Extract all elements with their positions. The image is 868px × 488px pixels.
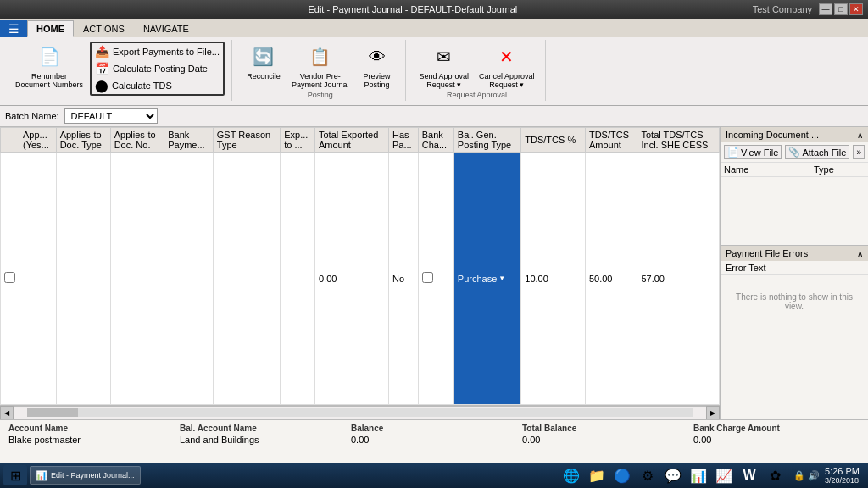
data-table: App...(Yes... Applies-toDoc. Type Applie… [0,127,720,405]
tab-navigate[interactable]: NAVIGATE [134,20,198,37]
left-content: App...(Yes... Applies-toDoc. Type Applie… [0,127,720,419]
chrome-icon[interactable]: 🔵 [611,465,633,485]
bank-charge-item: Bank Charge Amount 0.00 [693,424,860,463]
incoming-doc-section: Incoming Document ... ∧ 📄 View File 📎 At… [721,127,868,246]
scroll-right[interactable]: ▶ [706,406,720,419]
vendor-prepayment-button[interactable]: 📋 Vendor Pre-Payment Journal [288,42,353,91]
ribbon-group-posting: 🔄 Reconcile 📋 Vendor Pre-Payment Journal… [236,40,406,101]
horizontal-scrollbar[interactable]: ◀ ▶ [0,406,720,419]
excel-icon[interactable]: 📊 [687,465,709,485]
taskbar-app-icons: 🌐 📁 🔵 ⚙ 💬 📊 📈 W ✿ [560,465,786,485]
total-balance-label: Total Balance [522,424,688,433]
settings-icon[interactable]: ⚙ [637,465,659,485]
reconcile-button[interactable]: 🔄 Reconcile [242,42,285,82]
col-tds-pct: TDS/TCS % [521,128,586,152]
batch-bar: Batch Name: DEFAULT [0,106,868,127]
window-controls[interactable]: — □ ✕ [819,3,863,15]
nav-app-icon: 📊 [36,470,47,481]
minimize-button[interactable]: — [819,3,832,15]
tds-icon: ⬤ [95,79,108,92]
close-button[interactable]: ✕ [849,3,863,15]
taskbar: ⊞ 📊 Edit - Payment Journal... 🌐 📁 🔵 ⚙ 💬 … [0,463,868,488]
cell-app-yes [19,152,57,405]
scroll-track[interactable] [27,408,693,417]
cell-doc-no [110,152,164,405]
clock: 5:26 PM 3/20/2018 [825,466,860,485]
cell-bank-cha[interactable] [418,152,453,405]
scroll-left[interactable]: ◀ [0,406,14,419]
export-payments-button[interactable]: 📤 Export Payments to File... [92,44,222,59]
total-balance-item: Total Balance 0.00 [522,424,688,463]
bank-charge-value: 0.00 [693,435,860,445]
incoming-doc-header: Incoming Document ... ∧ [721,127,868,142]
tab-home[interactable]: HOME [27,20,74,37]
other-icon[interactable]: ✿ [764,465,786,485]
col-bank-cha: BankCha... [418,128,453,152]
ribbon-items-2: 🔄 Reconcile 📋 Vendor Pre-Payment Journal… [242,42,398,91]
ie-icon[interactable]: 🌐 [560,465,582,485]
nav-icon[interactable]: ☰ [8,22,19,36]
col-app-yes: App...(Yes... [19,128,57,152]
col-checkbox [1,128,19,152]
renumber-button[interactable]: 📄 RenumberDocument Numbers [12,42,86,91]
attach-file-button[interactable]: 📎 Attach File [785,145,849,159]
cancel-approval-button[interactable]: ✕ Cancel ApprovalRequest ▾ [476,42,538,91]
taskbar-app-item[interactable]: 📊 Edit - Payment Journal... [30,466,141,485]
more-button[interactable]: » [853,145,865,159]
view-file-button[interactable]: 📄 View File [724,145,782,159]
col-has-pa: HasPa... [389,128,419,152]
ribbon-group-approval: ✉ Send ApprovalRequest ▾ ✕ Cancel Approv… [409,40,546,101]
send-approval-button[interactable]: ✉ Send ApprovalRequest ▾ [416,42,473,91]
ribbon-items-3: ✉ Send ApprovalRequest ▾ ✕ Cancel Approv… [416,42,538,91]
preview-posting-button[interactable]: 👁 PreviewPosting [356,42,398,91]
col-bal-gen: Bal. Gen.Posting Type [453,128,520,152]
col-tds-amt: TDS/TCSAmount [585,128,637,152]
ribbon-items-1: 📄 RenumberDocument Numbers 📤 Export Paym… [12,42,225,99]
nav-icon2[interactable]: 📈 [713,465,735,485]
incoming-collapse[interactable]: ∧ [857,130,863,140]
cell-exp-to [281,152,315,405]
folder-icon[interactable]: 📁 [586,465,608,485]
main-content: App...(Yes... Applies-toDoc. Type Applie… [0,127,868,419]
title-bar: Edit - Payment Journal - DEFAULT-Default… [0,0,868,19]
footer: Account Name Blake postmaster Bal. Accou… [0,419,868,466]
incoming-doc-toolbar: 📄 View File 📎 Attach File » [721,142,868,163]
batch-select[interactable]: DEFAULT [64,108,158,124]
word-icon[interactable]: W [738,465,760,485]
col-doc-type: Applies-toDoc. Type [56,128,110,152]
start-button[interactable]: ⊞ [3,465,27,485]
skype-icon[interactable]: 💬 [662,465,684,485]
account-name-label: Account Name [8,424,175,433]
cell-has-pa: No [389,152,419,405]
balance-value: 0.00 [351,435,517,445]
table-container[interactable]: App...(Yes... Applies-toDoc. Type Applie… [0,127,720,406]
error-header: Payment File Errors ∧ [721,246,868,261]
reconcile-icon: 🔄 [250,43,277,70]
renumber-icon: 📄 [36,43,63,70]
ribbon-content: 📄 RenumberDocument Numbers 📤 Export Paym… [0,37,868,105]
export-icon: 📤 [95,45,109,58]
incoming-col-headers: Name Type [721,163,868,177]
table-header-row: App...(Yes... Applies-toDoc. Type Applie… [1,128,720,152]
error-title: Payment File Errors [726,248,808,258]
cell-bank-payme [164,152,214,405]
cell-total-tds: 57.00 [637,152,720,405]
bal-account-value: Land and Buildings [180,435,346,445]
cell-total-exported: 0.00 [314,152,388,405]
ribbon-group-docnumbers: 📄 RenumberDocument Numbers 📤 Export Paym… [5,40,232,101]
cell-tds-pct: 10.00 [521,152,586,405]
bank-charge-label: Bank Charge Amount [693,424,860,433]
cell-bal-gen[interactable]: Purchase ▼ [453,152,520,405]
error-collapse[interactable]: ∧ [857,249,863,258]
table-row[interactable]: 0.00 No Purchase ▼ 10.00 50.00 57.00 [1,152,720,405]
calc-posting-date-button[interactable]: 📅 Calculate Posting Date [92,61,210,76]
incoming-doc-title: Incoming Document ... [726,130,819,140]
scroll-thumb[interactable] [27,408,78,417]
cell-doc-type [56,152,110,405]
dropdown-arrow[interactable]: ▼ [498,274,505,282]
cell-checkbox[interactable] [1,152,19,405]
view-file-icon: 📄 [727,147,739,158]
tab-actions[interactable]: ACTIONS [74,20,134,37]
maximize-button[interactable]: □ [834,3,848,15]
calc-tds-button[interactable]: ⬤ Calculate TDS [92,78,175,93]
